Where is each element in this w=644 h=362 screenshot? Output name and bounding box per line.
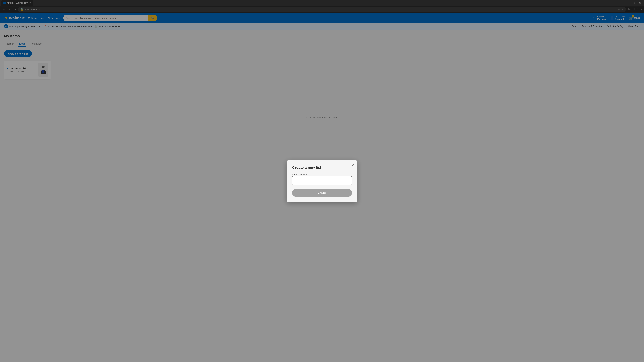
modal-overlay[interactable]: Create a new list ✕ Enter list name Crea… xyxy=(0,0,644,121)
